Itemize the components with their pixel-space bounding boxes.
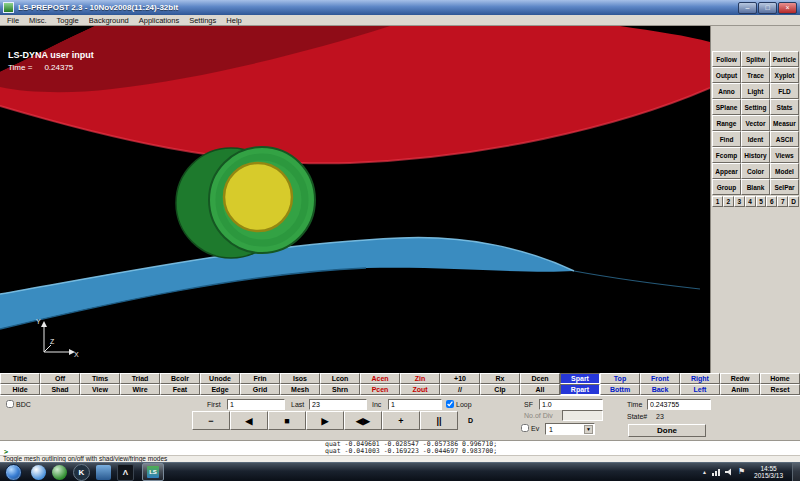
viewport[interactable]: Y Z X LS-DYNA user input Time =0.24375 xyxy=(0,26,710,373)
toolbar-button-reset[interactable]: Reset xyxy=(760,384,800,395)
toolbar-button-triad[interactable]: Triad xyxy=(120,373,160,384)
toolbar-button-wire[interactable]: Wire xyxy=(120,384,160,395)
tray-volume-icon[interactable] xyxy=(725,468,733,476)
panel-button-ident[interactable]: Ident xyxy=(741,131,770,147)
panel-button-find[interactable]: Find xyxy=(712,131,741,147)
panel-button-fld[interactable]: FLD xyxy=(770,83,799,99)
panel-button-appear[interactable]: Appear xyxy=(712,163,741,179)
toolbar-button-back[interactable]: Back xyxy=(640,384,680,395)
state-button-4[interactable]: 4 xyxy=(745,196,756,207)
toolbar-button-spart[interactable]: Spart xyxy=(560,373,600,384)
play-forward-button[interactable]: ▶ xyxy=(306,411,344,430)
anim-time-value[interactable] xyxy=(647,399,711,410)
toolbar-button-rx[interactable]: Rx xyxy=(480,373,520,384)
panel-button-anno[interactable]: Anno xyxy=(712,83,741,99)
panel-button-splane[interactable]: SPlane xyxy=(712,99,741,115)
menu-item-file[interactable]: File xyxy=(2,16,24,25)
toolbar-button-anim[interactable]: Anim xyxy=(720,384,760,395)
taskbar-app-icon-k[interactable]: K xyxy=(73,464,90,481)
state-button-2[interactable]: 2 xyxy=(723,196,734,207)
toolbar-button-shrn[interactable]: Shrn xyxy=(320,384,360,395)
minimize-button[interactable]: – xyxy=(738,2,757,14)
toolbar-button-edge[interactable]: Edge xyxy=(200,384,240,395)
pause-button[interactable]: || xyxy=(420,411,458,430)
model-canvas[interactable]: Y Z X xyxy=(0,26,710,373)
toolbar-button-acen[interactable]: Acen xyxy=(360,373,400,384)
state-button-1[interactable]: 1 xyxy=(712,196,723,207)
tray-network-icon[interactable] xyxy=(712,468,720,476)
toolbar-button-rpart[interactable]: Rpart xyxy=(560,384,600,395)
toolbar-button-view[interactable]: View xyxy=(80,384,120,395)
sf-input[interactable] xyxy=(539,399,603,410)
toolbar-button-hide[interactable]: Hide xyxy=(0,384,40,395)
tray-flag-icon[interactable]: ⚑ xyxy=(738,468,745,476)
state-button-5[interactable]: 5 xyxy=(756,196,767,207)
toolbar-button-pcen[interactable]: Pcen xyxy=(360,384,400,395)
panel-button-range[interactable]: Range xyxy=(712,115,741,131)
toolbar-button-tims[interactable]: Tims xyxy=(80,373,120,384)
window-titlebar[interactable]: LS-PREPOST 2.3 - 10Nov2008(11:24)-32bit … xyxy=(0,0,800,15)
panel-button-xyplot[interactable]: Xyplot xyxy=(770,67,799,83)
panel-button-measur[interactable]: Measur xyxy=(770,115,799,131)
menu-item-applications[interactable]: Applications xyxy=(134,16,184,25)
panel-button-color[interactable]: Color xyxy=(741,163,770,179)
toolbar-button-top[interactable]: Top xyxy=(600,373,640,384)
panel-button-splitw[interactable]: Splitw xyxy=(741,51,770,67)
inc-input[interactable] xyxy=(388,399,442,410)
panel-button-selpar[interactable]: SelPar xyxy=(770,179,799,195)
state-button-7[interactable]: 7 xyxy=(777,196,788,207)
done-button[interactable]: Done xyxy=(628,424,706,437)
panel-button-group[interactable]: Group xyxy=(712,179,741,195)
toolbar-button-zin[interactable]: Zin xyxy=(400,373,440,384)
panel-button-setting[interactable]: Setting xyxy=(741,99,770,115)
panel-button-stats[interactable]: Stats xyxy=(770,99,799,115)
stop-button[interactable]: ■ xyxy=(268,411,306,430)
taskbar-clock[interactable]: 14:55 2015/3/13 xyxy=(754,465,783,479)
bdc-checkbox[interactable] xyxy=(6,400,14,408)
toolbar-button-title[interactable]: Title xyxy=(0,373,40,384)
toolbar-button-redw[interactable]: Redw xyxy=(720,373,760,384)
tray-chevron-icon[interactable]: ▲ xyxy=(702,469,707,475)
command-console[interactable]: > quat -0.049601 -0.028547 -0.057386 0.9… xyxy=(0,440,800,455)
toolbar-button-off[interactable]: Off xyxy=(40,373,80,384)
toolbar-button-mesh[interactable]: Mesh xyxy=(280,384,320,395)
toolbar-button-feat[interactable]: Feat xyxy=(160,384,200,395)
toolbar-button-10[interactable]: +10 xyxy=(440,373,480,384)
panel-button-ascii[interactable]: ASCII xyxy=(770,131,799,147)
panel-button-blank[interactable]: Blank xyxy=(741,179,770,195)
toolbar-button-bottm[interactable]: Bottm xyxy=(600,384,640,395)
panel-button-trace[interactable]: Trace xyxy=(741,67,770,83)
play-bounce-button[interactable]: ◀▶ xyxy=(344,411,382,430)
toolbar-button-shad[interactable]: Shad xyxy=(40,384,80,395)
toolbar-button-unode[interactable]: Unode xyxy=(200,373,240,384)
taskbar-app-icon-2[interactable] xyxy=(52,465,67,480)
panel-button-follow[interactable]: Follow xyxy=(712,51,741,67)
taskbar-app-icon-1[interactable] xyxy=(31,465,46,480)
step-forward-button[interactable]: + xyxy=(382,411,420,430)
panel-button-light[interactable]: Light xyxy=(741,83,770,99)
first-input[interactable] xyxy=(227,399,285,410)
taskbar-item-lsprepost[interactable]: LS xyxy=(142,463,164,481)
toolbar-button-home[interactable]: Home xyxy=(760,373,800,384)
toolbar-button-front[interactable]: Front xyxy=(640,373,680,384)
menu-item-misc[interactable]: Misc. xyxy=(24,16,52,25)
step-back-button[interactable]: − xyxy=(192,411,230,430)
close-button[interactable]: × xyxy=(778,2,797,14)
toolbar-button-frin[interactable]: Frin xyxy=(240,373,280,384)
menu-item-help[interactable]: Help xyxy=(221,16,246,25)
toolbar-button-isos[interactable]: Isos xyxy=(280,373,320,384)
menu-item-background[interactable]: Background xyxy=(84,16,134,25)
toolbar-button-lcon[interactable]: Lcon xyxy=(320,373,360,384)
taskbar-app-icon-4[interactable] xyxy=(96,465,111,480)
panel-button-vector[interactable]: Vector xyxy=(741,115,770,131)
toolbar-button-all[interactable]: All xyxy=(520,384,560,395)
toolbar-button-right[interactable]: Right xyxy=(680,373,720,384)
toolbar-button-left[interactable]: Left xyxy=(680,384,720,395)
toolbar-button-item[interactable]: // xyxy=(440,384,480,395)
panel-button-views[interactable]: Views xyxy=(770,147,799,163)
loop-checkbox[interactable] xyxy=(446,400,454,408)
toolbar-button-dcen[interactable]: Dcen xyxy=(520,373,560,384)
ev-checkbox[interactable] xyxy=(521,424,529,432)
panel-button-particle[interactable]: Particle xyxy=(770,51,799,67)
start-button[interactable] xyxy=(5,464,22,481)
